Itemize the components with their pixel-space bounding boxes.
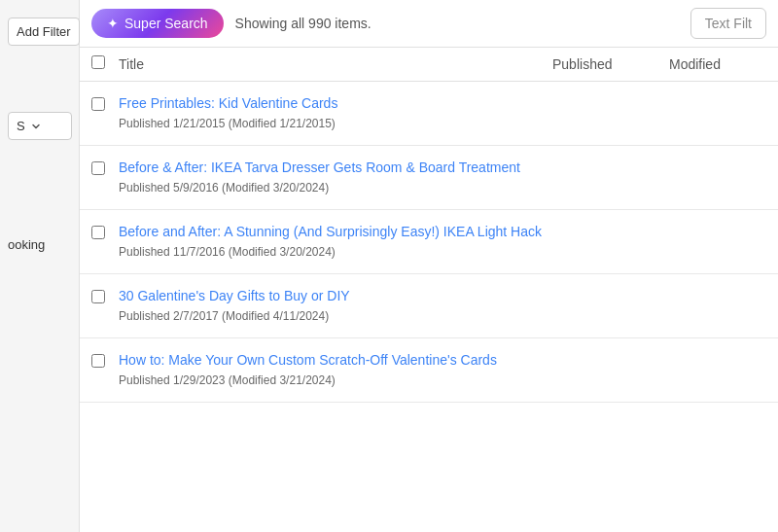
table-header: Title Published Modified [80,48,778,82]
text-filter-button[interactable]: Text Filt [690,8,766,39]
sidebar-dropdown[interactable]: S [8,112,72,140]
col-modified-header: Modified [669,56,766,72]
item-meta: Published 1/21/2015 (Modified 1/21/2015) [119,117,336,130]
super-search-icon: ✦ [107,16,119,31]
item-title-link[interactable]: How to: Make Your Own Custom Scratch-Off… [119,352,766,368]
col-title-header: Title [119,56,552,72]
item-content: How to: Make Your Own Custom Scratch-Off… [119,352,766,388]
table-row: 30 Galentine's Day Gifts to Buy or DIY P… [80,274,778,338]
col-published-header: Published [552,56,669,72]
item-meta: Published 5/9/2016 (Modified 3/20/2024) [119,181,329,195]
item-title-link[interactable]: 30 Galentine's Day Gifts to Buy or DIY [119,288,766,303]
header-checkbox-cell [91,55,119,73]
select-all-checkbox[interactable] [91,55,105,69]
showing-text: Showing all 990 items. [235,16,679,31]
item-title-link[interactable]: Before and After: A Stunning (And Surpri… [119,224,766,239]
item-meta: Published 11/7/2016 (Modified 3/20/2024) [119,245,336,259]
item-content: 30 Galentine's Day Gifts to Buy or DIY P… [119,288,766,324]
item-checkbox[interactable] [91,354,105,368]
item-meta: Published 2/7/2017 (Modified 4/11/2024) [119,309,329,323]
item-checkbox-cell [91,352,119,372]
table-row: Free Printables: Kid Valentine Cards Pub… [80,82,778,146]
item-content: Before and After: A Stunning (And Surpri… [119,224,766,260]
table-row: Before & After: IKEA Tarva Dresser Gets … [80,146,778,210]
sidebar-dropdown-label: S [17,119,25,133]
item-checkbox[interactable] [91,290,105,303]
item-checkbox[interactable] [91,226,105,239]
item-checkbox-cell [91,160,119,179]
item-title-link[interactable]: Before & After: IKEA Tarva Dresser Gets … [119,160,766,175]
chevron-down-icon [31,122,41,131]
item-checkbox[interactable] [91,161,105,175]
item-checkbox-cell [91,288,119,307]
add-filter-button[interactable]: Add Filter [8,18,80,46]
item-meta: Published 1/29/2023 (Modified 3/21/2024) [119,373,336,387]
sidebar-booking-label: ooking [8,237,45,252]
toolbar: ✦ Super Search Showing all 990 items. Te… [80,0,778,48]
item-content: Free Printables: Kid Valentine Cards Pub… [119,95,766,131]
item-checkbox-cell [91,95,119,115]
item-content: Before & After: IKEA Tarva Dresser Gets … [119,160,766,195]
table-row: How to: Make Your Own Custom Scratch-Off… [80,338,778,403]
table-row: Before and After: A Stunning (And Surpri… [80,210,778,274]
sidebar: Add Filter S ooking [0,0,80,532]
super-search-label: Super Search [124,16,208,31]
items-list: Free Printables: Kid Valentine Cards Pub… [80,82,778,532]
main-content: ✦ Super Search Showing all 990 items. Te… [80,0,778,532]
item-checkbox[interactable] [91,97,105,111]
super-search-button[interactable]: ✦ Super Search [91,9,224,38]
item-title-link[interactable]: Free Printables: Kid Valentine Cards [119,95,766,111]
item-checkbox-cell [91,224,119,243]
